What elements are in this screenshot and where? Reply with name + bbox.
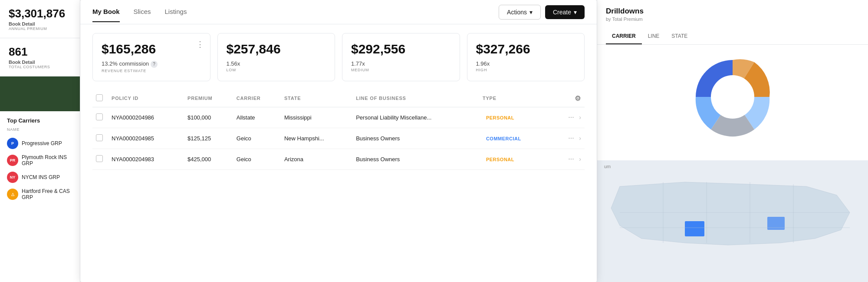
tabs-bar: My BookSlicesListings Actions ▾ Create ▾ bbox=[80, 0, 597, 24]
carrier-logo: P bbox=[7, 138, 18, 149]
col-TYPE: TYPE bbox=[479, 90, 554, 107]
carrier-item: △ Hartford Free & CAS GRP bbox=[7, 186, 73, 203]
row-expand-icon[interactable]: › bbox=[579, 156, 581, 163]
metric-card-3: $327,266 1.96x HIGH bbox=[467, 33, 585, 81]
row-checkbox[interactable] bbox=[96, 113, 103, 120]
row-actions-cell: ··· › bbox=[554, 128, 585, 149]
metric-value: $165,286 bbox=[102, 41, 201, 57]
line-of-business-cell: Business Owners bbox=[352, 149, 479, 169]
svg-rect-2 bbox=[685, 221, 704, 236]
row-expand-icon[interactable]: › bbox=[579, 114, 581, 121]
create-label: Create bbox=[553, 9, 571, 16]
row-checkbox-cell bbox=[92, 128, 108, 149]
actions-label: Actions bbox=[507, 9, 527, 16]
right-tab-state[interactable]: STATE bbox=[665, 29, 694, 44]
row-checkbox-cell bbox=[92, 107, 108, 128]
metrics-row: ⋮ $165,286 13.2% commission? REVENUE EST… bbox=[80, 24, 597, 90]
right-tab-line[interactable]: LINE bbox=[642, 29, 666, 44]
carrier-cell: Geico bbox=[233, 149, 281, 169]
carrier-logo: △ bbox=[7, 189, 18, 200]
carrier-cell: Allstate bbox=[233, 107, 281, 128]
carrier-cell: Geico bbox=[233, 128, 281, 149]
row-actions-cell: ··· › bbox=[554, 107, 585, 128]
table-row: NYA0000204985 $125,125 Geico New Hampshi… bbox=[92, 128, 585, 149]
main-tab-listings[interactable]: Listings bbox=[165, 2, 187, 22]
total-customers-card: 861 Book Detail TOTAL COSTUMERS bbox=[0, 38, 80, 76]
type-cell: PERSONAL bbox=[479, 149, 554, 169]
total-customers-value: 861 bbox=[9, 45, 71, 59]
left-sidebar: $3,301,876 Book Detail ANNUAL PREMIUM 86… bbox=[0, 0, 80, 282]
row-checkbox[interactable] bbox=[96, 155, 103, 162]
col-STATE: STATE bbox=[281, 90, 352, 107]
metric-sub: 1.77x bbox=[351, 60, 451, 67]
stat2-sublabel: TOTAL COSTUMERS bbox=[9, 65, 71, 69]
carrier-item: PR Plymouth Rock INS GRP bbox=[7, 152, 73, 169]
metric-value: $327,266 bbox=[476, 41, 576, 57]
carrier-item: NY NYCM INS GRP bbox=[7, 169, 73, 186]
col-LINE OF BUSINESS: LINE OF BUSINESS bbox=[352, 90, 479, 107]
main-tab-slices[interactable]: Slices bbox=[134, 2, 151, 22]
row-checkbox[interactable] bbox=[96, 134, 103, 141]
type-badge: COMMERCIAL bbox=[483, 135, 525, 143]
type-badge: PERSONAL bbox=[483, 156, 518, 163]
metric-sub: 1.96x bbox=[476, 60, 576, 67]
policies-table-section: POLICY IDPREMIUMCARRIERSTATELINE OF BUSI… bbox=[80, 90, 597, 170]
top-carriers-title: Top Carriers bbox=[7, 117, 73, 124]
stat1-sublabel: ANNUAL PREMIUM bbox=[9, 27, 71, 31]
carrier-name: Progressive GRP bbox=[22, 140, 62, 146]
actions-chevron-icon: ▾ bbox=[529, 9, 533, 16]
right-tab-carrier[interactable]: CARRIER bbox=[606, 29, 642, 44]
carrier-logo: NY bbox=[7, 172, 18, 183]
drilldowns-title: Drilldowns bbox=[606, 7, 859, 16]
carrier-item: P Progressive GRP bbox=[7, 135, 73, 152]
drilldowns-header: Drilldowns by Total Premium bbox=[597, 0, 868, 29]
metric-card-0: ⋮ $165,286 13.2% commission? REVENUE EST… bbox=[92, 33, 210, 81]
carrier-logo: PR bbox=[7, 155, 18, 166]
metric-card-1: $257,846 1.56x LOW bbox=[217, 33, 335, 81]
info-icon[interactable]: ? bbox=[151, 61, 158, 68]
type-cell: COMMERCIAL bbox=[479, 128, 554, 149]
table-settings-icon[interactable]: ⚙ bbox=[575, 95, 581, 102]
line-of-business-cell: Business Owners bbox=[352, 128, 479, 149]
carriers-list: P Progressive GRP PR Plymouth Rock INS G… bbox=[7, 135, 73, 203]
col-PREMIUM: PREMIUM bbox=[184, 90, 233, 107]
metric-sub: 1.56x bbox=[227, 60, 326, 67]
donut-chart bbox=[689, 53, 776, 140]
state-cell: New Hampshi... bbox=[281, 128, 352, 149]
policy-id-cell: NYA0000204985 bbox=[108, 128, 184, 149]
carrier-name: Hartford Free & CAS GRP bbox=[22, 188, 73, 200]
carriers-column-label: NAME bbox=[7, 127, 73, 132]
stat1-label: Book Detail bbox=[9, 21, 71, 27]
metric-dots-icon[interactable]: ⋮ bbox=[196, 40, 204, 49]
main-tab-my-book[interactable]: My Book bbox=[92, 2, 120, 22]
metric-label: LOW bbox=[227, 68, 326, 72]
svg-rect-3 bbox=[767, 217, 785, 230]
annual-premium-value: $3,301,876 bbox=[9, 7, 71, 20]
policy-id-cell: NYA0000204986 bbox=[108, 107, 184, 128]
table-row: NYA0000204986 $100,000 Allstate Mississi… bbox=[92, 107, 585, 128]
carrier-name: NYCM INS GRP bbox=[22, 174, 60, 180]
type-badge: PERSONAL bbox=[483, 114, 518, 122]
row-expand-icon[interactable]: › bbox=[579, 135, 581, 142]
row-menu-icon[interactable]: ··· bbox=[568, 134, 574, 142]
row-menu-icon[interactable]: ··· bbox=[568, 155, 574, 163]
select-all-checkbox[interactable] bbox=[96, 94, 103, 101]
svg-point-0 bbox=[711, 75, 754, 119]
right-tab-pills: CARRIERLINESTATE bbox=[597, 29, 868, 45]
metric-value: $257,846 bbox=[227, 41, 326, 57]
right-panel: Drilldowns by Total Premium CARRIERLINES… bbox=[597, 0, 868, 282]
metric-value: $292,556 bbox=[351, 41, 451, 57]
row-menu-icon[interactable]: ··· bbox=[568, 113, 574, 121]
create-chevron-icon: ▾ bbox=[574, 9, 577, 16]
state-cell: Mississippi bbox=[281, 107, 352, 128]
type-cell: PERSONAL bbox=[479, 107, 554, 128]
table-body: NYA0000204986 $100,000 Allstate Mississi… bbox=[92, 107, 585, 169]
us-map-svg bbox=[597, 160, 868, 282]
table-header: POLICY IDPREMIUMCARRIERSTATELINE OF BUSI… bbox=[92, 90, 585, 107]
metric-card-2: $292,556 1.77x MEDIUM bbox=[342, 33, 460, 81]
line-of-business-cell: Personal Liability Miscellane... bbox=[352, 107, 479, 128]
create-button[interactable]: Create ▾ bbox=[545, 5, 585, 19]
actions-button[interactable]: Actions ▾ bbox=[499, 5, 541, 20]
state-cell: Arizona bbox=[281, 149, 352, 169]
main-tabs: My BookSlicesListings bbox=[92, 2, 187, 22]
